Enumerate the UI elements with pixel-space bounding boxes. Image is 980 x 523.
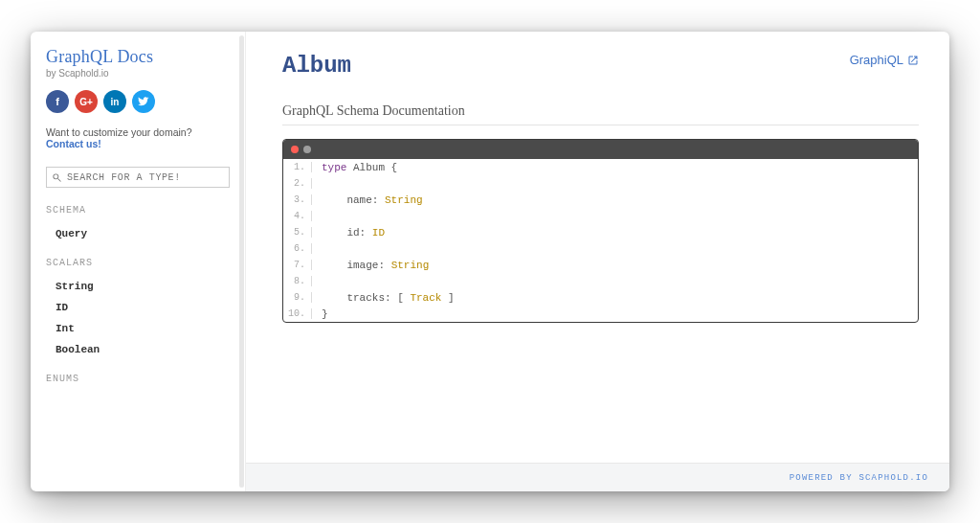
search-box[interactable]: [46, 167, 230, 188]
line-number: 1.: [283, 162, 312, 172]
footer: POWERED BY SCAPHOLD.IO: [246, 463, 949, 491]
line-number: 10.: [283, 308, 312, 319]
customize-note: Want to customize your domain? Contact u…: [46, 126, 232, 149]
section-schema: SCHEMA: [46, 205, 232, 216]
line-number: 9.: [283, 292, 312, 303]
line-number: 2.: [283, 178, 312, 189]
content-header: Album GraphiQL: [282, 53, 919, 79]
code-line: 5. id: ID: [283, 224, 918, 240]
sidebar-item-boolean[interactable]: Boolean: [46, 339, 232, 360]
section-title: GraphQL Schema Documentation: [282, 103, 919, 125]
code-line: 8.: [283, 273, 918, 289]
code-body: 1.type Album {2.3. name: String4.5. id: …: [283, 159, 918, 322]
code-line: 7. image: String: [283, 257, 918, 273]
sidebar-item-string[interactable]: String: [46, 276, 232, 297]
graphiql-link[interactable]: GraphiQL: [850, 53, 919, 67]
sidebar: GraphQL Docs by Scaphold.io f G+ in Want…: [31, 32, 246, 491]
site-title: GraphQL Docs: [46, 47, 232, 67]
site-subtitle: by Scaphold.io: [46, 68, 232, 79]
line-number: 3.: [283, 194, 312, 205]
window-min-dot: [303, 146, 311, 153]
section-enums: ENUMS: [46, 374, 232, 384]
code-titlebar: [283, 140, 918, 159]
contact-us-link[interactable]: Contact us!: [46, 138, 101, 149]
line-content: name: String: [312, 194, 423, 206]
code-line: 2.: [283, 175, 918, 192]
graphiql-label: GraphiQL: [850, 53, 903, 67]
section-scalars: SCALARS: [46, 258, 232, 268]
code-line: 3. name: String: [283, 192, 918, 208]
main-panel: Album GraphiQL GraphQL Schema Documentat…: [246, 32, 949, 491]
line-content: }: [312, 308, 328, 320]
line-number: 5.: [283, 227, 312, 238]
line-number: 8.: [283, 276, 312, 286]
code-line: 1.type Album {: [283, 159, 918, 175]
search-input[interactable]: [67, 172, 224, 183]
code-line: 9. tracks: [ Track ]: [283, 289, 918, 306]
sidebar-item-id[interactable]: ID: [46, 297, 232, 318]
external-link-icon: [907, 55, 919, 66]
google-plus-icon[interactable]: G+: [75, 90, 98, 113]
line-number: 4.: [283, 211, 312, 221]
search-icon: [52, 172, 62, 183]
code-block: 1.type Album {2.3. name: String4.5. id: …: [282, 139, 919, 323]
line-content: type Album {: [312, 162, 397, 173]
line-number: 7.: [283, 260, 312, 270]
footer-text: POWERED BY SCAPHOLD.IO: [790, 473, 928, 483]
line-content: image: String: [312, 260, 429, 271]
sidebar-item-query[interactable]: Query: [46, 223, 232, 244]
page-title: Album: [282, 53, 351, 79]
code-line: 6.: [283, 240, 918, 257]
window-close-dot: [291, 146, 299, 153]
line-content: tracks: [ Track ]: [312, 292, 455, 304]
social-row: f G+ in: [46, 90, 232, 113]
twitter-icon[interactable]: [132, 90, 155, 113]
line-number: 6.: [283, 243, 312, 254]
content-area: Album GraphiQL GraphQL Schema Documentat…: [246, 32, 949, 463]
linkedin-icon[interactable]: in: [103, 90, 126, 113]
facebook-icon[interactable]: f: [46, 90, 69, 113]
code-line: 4.: [283, 208, 918, 224]
sidebar-scrollbar[interactable]: [239, 35, 244, 488]
app-window: GraphQL Docs by Scaphold.io f G+ in Want…: [31, 32, 949, 491]
code-line: 10.}: [283, 306, 918, 322]
sidebar-item-int[interactable]: Int: [46, 318, 232, 339]
line-content: id: ID: [312, 227, 385, 239]
